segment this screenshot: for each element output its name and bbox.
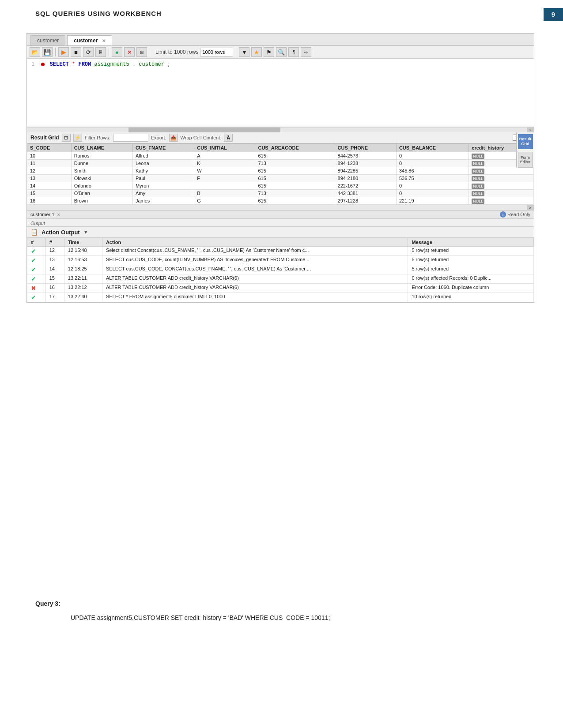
toolbar-stop-btn[interactable]: ⏹ — [71, 47, 81, 57]
ao-row[interactable]: ✔1312:16:53SELECT cus.CUS_CODE, count(II… — [27, 256, 534, 265]
table-cell: 345.86 — [396, 167, 469, 175]
toolbar-search-btn[interactable]: 🔍 — [276, 47, 287, 57]
rg-wrap-icon[interactable]: Ā — [224, 134, 233, 142]
editor-scrollbar[interactable]: > — [27, 127, 534, 132]
ao-col-num: # — [45, 238, 64, 247]
table-cell: 615 — [255, 167, 335, 175]
toolbar-run-btn[interactable]: ▶ — [58, 47, 69, 57]
sql-from-keyword: FROM — [78, 61, 91, 68]
ao-row[interactable]: ✔1212:15:48Select distinct Concat(cus .C… — [27, 247, 534, 256]
sql-table-name: assignment5 — [94, 61, 129, 68]
ao-row[interactable]: ✔1513:22:11ALTER TABLE CUSTOMER ADD cred… — [27, 274, 534, 284]
rp-result-grid-btn[interactable]: ResultGrid — [518, 134, 533, 149]
col-header-fname[interactable]: CUS_FNAME — [132, 144, 194, 152]
toolbar-open-btn[interactable]: 📂 — [30, 47, 40, 57]
table-row[interactable]: 14OrlandoMyron615222-16720NULL — [27, 182, 534, 190]
toolbar-table-btn[interactable]: ⊞ — [136, 47, 147, 57]
toolbar-run2-btn[interactable]: ● — [112, 47, 122, 57]
table-cell: A — [194, 152, 255, 160]
toolbar-db-btn[interactable]: 🗄 — [95, 47, 106, 57]
ao-status-icon: ✔ — [27, 293, 46, 302]
rg-filter-input[interactable] — [113, 134, 148, 142]
col-header-balance[interactable]: CUS_BALANCE — [396, 144, 469, 152]
col-header-phone[interactable]: CUS_PHONE — [335, 144, 396, 152]
toolbar-flag-btn[interactable]: ⚑ — [264, 47, 274, 57]
table-cell: Brown — [71, 197, 132, 205]
ao-icon: 📋 — [30, 229, 38, 236]
editor-line-1: 1 SELECT * FROM assignment5 . customer ; — [31, 61, 529, 68]
table-cell: 0 — [396, 190, 469, 197]
toolbar-inspect-btn[interactable]: ¶ — [288, 47, 299, 57]
table-cell: Myron — [132, 182, 194, 190]
output-section: Output — [27, 218, 534, 226]
ao-message: 5 row(s) returned — [408, 256, 534, 265]
ao-dropdown-arrow[interactable]: ▼ — [83, 229, 88, 235]
toolbar-separator-1 — [55, 48, 56, 56]
ao-row[interactable]: ✔1412:18:25SELECT cus.CUS_CODE, CONCAT(c… — [27, 265, 534, 274]
table-cell: 844-2573 — [335, 152, 396, 160]
sql-editor[interactable]: 1 SELECT * FROM assignment5 . customer ; — [27, 59, 534, 127]
table-cell: B — [194, 190, 255, 197]
ao-time: 13:22:12 — [64, 284, 102, 293]
table-cell: 615 — [255, 152, 335, 160]
table-cell: F — [194, 175, 255, 182]
tab-customer-inactive[interactable]: customer — [30, 35, 65, 45]
result-table: S_CODE CUS_LNAME CUS_FNAME CUS_INITIAL C… — [27, 143, 534, 205]
col-header-lname[interactable]: CUS_LNAME — [71, 144, 132, 152]
toolbar: 📂 💾 ▶ ⏹ ⟳ 🗄 ● ✕ ⊞ Limit to 1000 rows ▼ ★… — [27, 46, 534, 59]
table-cell: Orlando — [71, 182, 132, 190]
rg-chart-icon[interactable]: ⚡ — [73, 134, 82, 142]
ao-status-icon: ✔ — [27, 256, 46, 265]
toolbar-separator-2 — [109, 48, 109, 56]
result-area: Result Grid ⊞ ⚡ Filter Rows: Export: 📤 W… — [27, 132, 534, 210]
rp-form-editor-btn[interactable]: FormEditor — [518, 152, 533, 168]
col-header-initial[interactable]: CUS_INITIAL — [194, 144, 255, 152]
table-row[interactable]: 16BrownJamesG615297-1228221.19NULL — [27, 197, 534, 205]
tab-close-icon[interactable]: ✕ — [102, 38, 106, 43]
ao-message: 0 row(s) affected Records: 0 Duplic... — [408, 274, 534, 284]
ao-message: 5 row(s) returned — [408, 265, 534, 274]
ao-time: 12:16:53 — [64, 256, 102, 265]
toolbar-x-btn[interactable]: ✕ — [124, 47, 135, 57]
ao-time: 12:15:48 — [64, 247, 102, 256]
table-row[interactable]: 15O'BrianAmyB713442-33810NULL — [27, 190, 534, 197]
table-cell: 0 — [396, 152, 469, 160]
ao-time: 13:22:40 — [64, 293, 102, 302]
ao-col-message: Message — [408, 238, 534, 247]
table-scrollbar[interactable]: > — [27, 205, 534, 210]
toolbar-refresh-btn[interactable]: ⟳ — [83, 47, 94, 57]
toolbar-export-btn[interactable]: ⇨ — [301, 47, 311, 57]
table-cell: 15 — [27, 190, 72, 197]
rg-export-icon[interactable]: 📤 — [169, 134, 178, 142]
ao-row[interactable]: ✔1713:22:40SELECT * FROM assignment5.cus… — [27, 293, 534, 302]
query-3-text: UPDATE assignment5.CUSTOMER SET credit_h… — [71, 612, 521, 623]
status-close-icon[interactable]: ✕ — [57, 212, 60, 217]
table-row[interactable]: 13OlowskiPaulF615894-2180536.75NULL — [27, 175, 534, 182]
table-row[interactable]: 10RamosAlfredA615844-25730NULL — [27, 152, 534, 160]
line-number-1: 1 — [31, 61, 34, 68]
action-output: 📋 Action Output ▼ # # Time Action Messag… — [27, 226, 534, 302]
ao-row[interactable]: ✖1613:22:12ALTER TABLE CUSTOMER ADD cred… — [27, 284, 534, 293]
rg-grid-icon[interactable]: ⊞ — [62, 134, 71, 142]
toolbar-save-btn[interactable]: 💾 — [42, 47, 53, 57]
table-cell: 297-1228 — [335, 197, 396, 205]
col-header-areacode[interactable]: CUS_AREACODE — [255, 144, 335, 152]
table-cell: Kathy — [132, 167, 194, 175]
col-header-scode[interactable]: S_CODE — [27, 144, 72, 152]
page-number: 9 — [544, 8, 563, 21]
tab-customer-active[interactable]: customer ✕ — [67, 35, 112, 45]
result-grid-tab[interactable]: Result Grid — [30, 135, 59, 141]
table-cell: 894-2285 — [335, 167, 396, 175]
toolbar-filter-btn[interactable]: ▼ — [239, 47, 249, 57]
sql-dot: . — [132, 61, 136, 68]
table-cell: Paul — [132, 175, 194, 182]
limit-input[interactable] — [200, 48, 233, 56]
scroll-arrow-right[interactable]: > — [527, 205, 534, 210]
toolbar-star-btn[interactable]: ★ — [251, 47, 262, 57]
editor-scrollbar-thumb[interactable] — [128, 128, 280, 132]
table-cell: NULL — [469, 175, 534, 182]
table-row[interactable]: 11DunneLeonaK713894-12380NULL — [27, 160, 534, 167]
table-cell: Smith — [71, 167, 132, 175]
ao-num: 13 — [45, 256, 64, 265]
table-row[interactable]: 12SmithKathyW615894-2285345.86NULL — [27, 167, 534, 175]
